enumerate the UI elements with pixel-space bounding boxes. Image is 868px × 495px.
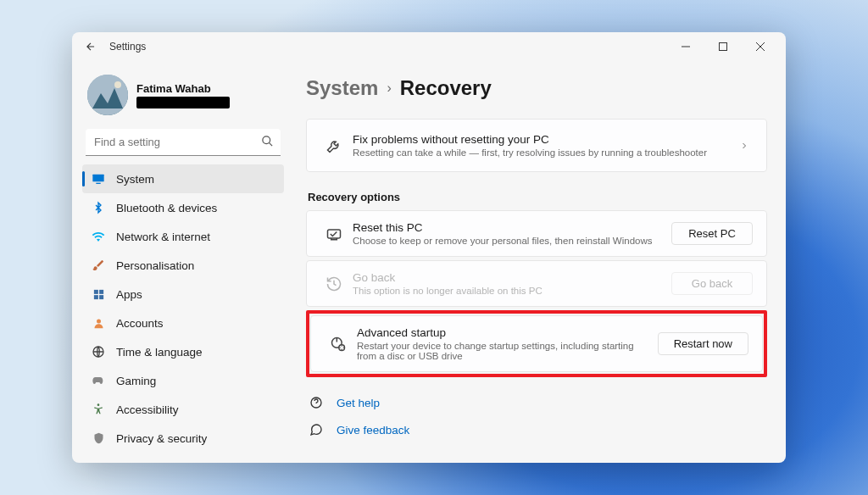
nav-item-bluetooth[interactable]: Bluetooth & devices	[82, 193, 284, 222]
bluetooth-icon	[91, 200, 106, 215]
nav-item-network[interactable]: Network & internet	[82, 222, 284, 251]
shield-icon	[91, 431, 106, 446]
advanced-sub: Restart your device to change startup se…	[357, 341, 654, 361]
nav-item-apps[interactable]: Apps	[82, 280, 284, 309]
svg-point-4	[263, 136, 270, 144]
give-feedback-link[interactable]: Give feedback	[306, 416, 767, 443]
person-icon	[91, 315, 106, 331]
gaming-icon	[91, 373, 106, 388]
maximize-button[interactable]	[704, 33, 742, 60]
breadcrumb: System › Recovery	[306, 76, 767, 100]
get-help-link[interactable]: Get help	[306, 389, 767, 416]
brush-icon	[91, 258, 106, 273]
highlight-annotation: Advanced startup Restart your device to …	[306, 310, 767, 377]
clock-lang-icon	[91, 344, 106, 359]
reset-title: Reset this PC	[353, 221, 671, 234]
breadcrumb-parent[interactable]: System	[306, 76, 378, 100]
nav-label: Personalisation	[116, 259, 194, 272]
nav-item-privacy[interactable]: Privacy & security	[82, 424, 284, 453]
nav-label: Accounts	[116, 317, 164, 330]
svg-rect-7	[96, 183, 100, 184]
minimize-icon	[682, 42, 690, 51]
profile-email-redacted	[136, 97, 230, 108]
nav-label: System	[116, 173, 154, 186]
settings-window: Settings Fatima Wahab	[72, 32, 786, 463]
reset-icon	[320, 225, 348, 242]
nav-label: Time & language	[116, 346, 203, 359]
avatar	[87, 75, 128, 115]
goback-sub: This option is no longer available on th…	[353, 286, 671, 296]
profile-name: Fatima Wahab	[136, 82, 230, 95]
svg-rect-6	[92, 175, 103, 182]
nav-label: Network & internet	[116, 231, 210, 243]
troubleshoot-card[interactable]: Fix problems without resetting your PC R…	[306, 119, 767, 172]
minimize-button[interactable]	[667, 33, 704, 60]
nav-item-time-language[interactable]: Time & language	[82, 337, 284, 366]
give-feedback-label: Give feedback	[337, 424, 409, 437]
feedback-icon	[308, 423, 325, 437]
profile-info: Fatima Wahab	[136, 82, 230, 108]
close-button[interactable]	[742, 33, 779, 60]
sidebar: Fatima Wahab System	[72, 61, 292, 463]
reset-sub: Choose to keep or remove your personal f…	[353, 236, 671, 246]
troubleshoot-title: Fix problems without resetting your PC	[353, 133, 736, 146]
svg-rect-8	[93, 289, 97, 293]
chevron-right-icon	[736, 141, 753, 151]
go-back-card: Go back This option is no longer availab…	[306, 260, 767, 307]
nav-item-system[interactable]: System	[82, 164, 284, 193]
svg-point-14	[97, 403, 100, 406]
nav-label: Bluetooth & devices	[116, 202, 217, 214]
nav-item-gaming[interactable]: Gaming	[82, 366, 284, 395]
nav-label: Accessibility	[116, 403, 179, 416]
history-icon	[320, 275, 348, 292]
get-help-label: Get help	[337, 397, 380, 409]
help-icon	[308, 396, 325, 409]
svg-point-12	[97, 319, 101, 323]
back-arrow-icon	[85, 41, 97, 53]
monitor-icon	[91, 171, 106, 186]
titlebar: Settings	[72, 32, 786, 61]
apps-icon	[91, 286, 106, 302]
nav-label: Gaming	[116, 375, 156, 387]
maximize-icon	[719, 42, 727, 51]
nav-item-accounts[interactable]: Accounts	[82, 309, 284, 337]
search-icon	[261, 135, 274, 147]
profile[interactable]: Fatima Wahab	[82, 71, 284, 125]
svg-point-3	[114, 81, 121, 88]
svg-rect-10	[93, 295, 97, 299]
accessibility-icon	[91, 402, 106, 417]
main-content: System › Recovery Fix problems without r…	[292, 61, 786, 463]
search-input[interactable]	[86, 129, 281, 156]
avatar-image-icon	[87, 75, 128, 115]
nav-item-personalisation[interactable]: Personalisation	[82, 251, 284, 280]
chevron-right-icon: ›	[387, 81, 391, 96]
svg-point-2	[87, 75, 128, 115]
svg-rect-9	[99, 289, 103, 293]
window-controls	[667, 33, 779, 60]
help-links: Get help Give feedback	[306, 389, 767, 443]
restart-now-button[interactable]: Restart now	[658, 332, 748, 355]
advanced-startup-card: Advanced startup Restart your device to …	[310, 315, 763, 372]
nav-item-accessibility[interactable]: Accessibility	[82, 395, 284, 424]
back-button[interactable]	[79, 35, 103, 58]
search-wrap	[86, 129, 281, 156]
advanced-title: Advanced startup	[357, 326, 658, 339]
window-title: Settings	[109, 41, 146, 53]
section-title: Recovery options	[308, 191, 767, 203]
svg-rect-1	[720, 43, 727, 51]
nav-label: Privacy & security	[116, 432, 207, 445]
power-gear-icon	[325, 336, 352, 353]
goback-title: Go back	[353, 271, 671, 284]
go-back-button: Go back	[671, 272, 753, 295]
svg-rect-11	[99, 295, 103, 299]
breadcrumb-current: Recovery	[400, 76, 492, 100]
nav-label: Apps	[116, 288, 142, 301]
wifi-icon	[91, 229, 106, 244]
troubleshoot-sub: Resetting can take a while — first, try …	[353, 147, 736, 158]
wrench-icon	[320, 137, 348, 154]
svg-line-5	[269, 142, 272, 146]
close-icon	[756, 42, 765, 51]
nav-list: System Bluetooth & devices Network & int…	[82, 164, 284, 453]
reset-pc-card: Reset this PC Choose to keep or remove y…	[306, 210, 767, 257]
reset-pc-button[interactable]: Reset PC	[671, 222, 753, 245]
